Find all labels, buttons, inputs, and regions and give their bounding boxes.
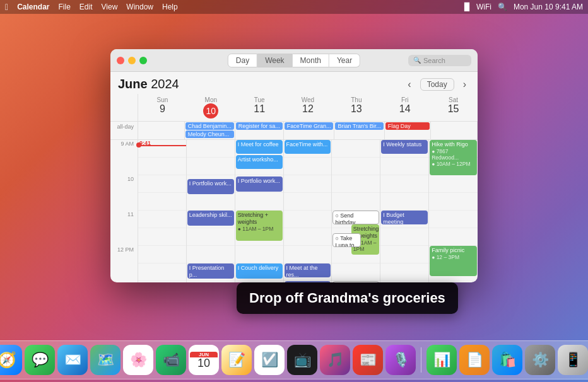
cal-header: June 2024 ‹ Today › <box>110 72 478 94</box>
time-1030 <box>110 193 138 211</box>
today-button[interactable]: Today <box>420 78 454 91</box>
dock-maps[interactable]: 🗺️ <box>90 345 121 375</box>
event-register[interactable]: Register for sa... <box>236 122 283 130</box>
event-coffee[interactable]: I Meet for coffee <box>236 140 283 154</box>
tab-day[interactable]: Day <box>228 54 257 67</box>
event-birthday[interactable]: ○ Send birthday... <box>332 211 379 224</box>
event-facetime-gran[interactable]: FaceTime Gran... <box>285 122 334 130</box>
menu-edit[interactable]: Edit <box>79 3 93 11</box>
menu-app-name[interactable]: Calendar <box>17 3 49 11</box>
event-portfolio-mon[interactable]: I Portfolio work... <box>187 179 234 194</box>
dock-calendar[interactable]: JUN 10 <box>189 345 219 375</box>
dock-news[interactable]: 📰 <box>353 345 383 375</box>
dock-reminders[interactable]: ☑️ <box>254 345 285 375</box>
month-year-title: June 2024 <box>118 77 179 91</box>
allday-label: all-day <box>110 122 138 139</box>
close-button[interactable] <box>117 57 124 64</box>
menubar-left:  Calendar File Edit View Window Help <box>5 2 178 12</box>
event-family-picnic[interactable]: Family picnic ● 12 – 3PM <box>430 246 477 276</box>
day-num-mon: 10 <box>203 103 218 119</box>
event-leadership[interactable]: Leadership skil... <box>187 211 234 226</box>
minimize-button[interactable] <box>128 57 136 64</box>
tooltip: Drop off Grandma's groceries <box>237 282 458 314</box>
event-weekly-status[interactable]: I Weekly status <box>381 140 428 154</box>
allday-sun <box>138 122 185 139</box>
tab-month[interactable]: Month <box>293 54 329 67</box>
time-1pm: 1 <box>110 281 138 282</box>
dock-systemprefs[interactable]: ⚙️ <box>525 345 555 375</box>
time-header-spacer <box>110 94 138 121</box>
day-header-mon: Mon 10 <box>187 94 235 121</box>
allday-mon: Chad Benjamin... Melody Cheun... <box>185 122 235 139</box>
day-col-sat: Hike with Rigo ● 7867 Redwood... ● 10AM … <box>429 140 478 282</box>
dock-numbers[interactable]: 📊 <box>426 345 457 375</box>
event-melody[interactable]: Melody Cheun... <box>185 130 234 138</box>
dock-safari[interactable]: 🧭 <box>0 345 22 375</box>
event-couch[interactable]: I Couch delivery <box>236 263 283 279</box>
event-brian-bir[interactable]: Brian Tran's Bir... <box>335 122 383 130</box>
allday-thu: Brian Tran's Bir... <box>334 122 384 139</box>
day-col-sun: 9:41 <box>138 140 187 282</box>
event-presentation-mon[interactable]: I Presentation p... <box>187 263 234 279</box>
dock-messages[interactable]: 💬 <box>25 345 55 375</box>
search-icon[interactable]: 🔍 <box>498 3 507 11</box>
dock-photos[interactable]: 🌸 <box>123 345 153 375</box>
dock-appstore[interactable]: 🛍️ <box>492 345 522 375</box>
maximize-button[interactable] <box>139 57 147 64</box>
day-label-wed: Wed <box>285 96 331 103</box>
event-budget[interactable]: I Budget meeting <box>381 211 428 224</box>
allday-tue: Register for sa... <box>235 122 284 139</box>
event-flag-day[interactable]: Flag Day <box>385 122 430 130</box>
search-box[interactable]: 🔍 Search <box>408 55 471 66</box>
tab-year[interactable]: Year <box>329 54 360 67</box>
day-label-mon: Mon <box>188 96 234 103</box>
time-column: 9 AM 10 11 12 PM 1 2 3 4 5 6 7 <box>110 140 138 282</box>
day-col-fri: I Weekly status I Budget meeting ○ Call … <box>380 140 429 282</box>
next-button[interactable]: › <box>459 78 470 91</box>
calendar-window: Day Week Month Year 🔍 Search June 2024 ‹… <box>110 49 478 282</box>
view-tabs: Day Week Month Year <box>228 54 360 67</box>
event-stretching-tue[interactable]: Stretching + weights ● 11AM – 1PM <box>236 211 283 241</box>
dock-appletv[interactable]: 📺 <box>287 345 317 375</box>
desktop:  Calendar File Edit View Window Help ▉ … <box>0 0 588 382</box>
prev-button[interactable]: ‹ <box>404 78 415 91</box>
day-num-sun: 9 <box>139 103 185 115</box>
dock-iphone[interactable]: 📱 <box>558 345 588 375</box>
event-artist[interactable]: Artist worksho... <box>236 155 283 169</box>
day-headers: Sun 9 Mon 10 Tue 11 Wed 12 Thu 13 Fri 14 <box>110 94 478 122</box>
allday-wed: FaceTime Gran... <box>284 122 335 139</box>
dock-podcasts[interactable]: 🎙️ <box>385 345 416 375</box>
dock-notes[interactable]: 📝 <box>221 345 252 375</box>
menu-file[interactable]: File <box>58 3 70 11</box>
menu-view[interactable]: View <box>102 3 118 11</box>
event-luna[interactable]: ○ Take Luna to th... <box>332 233 361 247</box>
day-num-wed: 12 <box>285 103 331 115</box>
search-placeholder: Search <box>423 57 445 64</box>
dock-facetime[interactable]: 📹 <box>156 345 186 375</box>
event-hike[interactable]: Hike with Rigo ● 7867 Redwood... ● 10AM … <box>430 140 477 175</box>
wifi-icon: WiFi <box>476 3 491 11</box>
tab-week[interactable]: Week <box>257 54 292 67</box>
event-chad[interactable]: Chad Benjamin... <box>185 122 234 130</box>
menu-help[interactable]: Help <box>162 3 178 11</box>
event-meet-res[interactable]: I Meet at the res... <box>285 263 331 277</box>
day-header-tue: Tue 11 <box>235 94 284 121</box>
event-facetime-wed[interactable]: FaceTime with... <box>285 140 331 154</box>
day-header-thu: Thu 13 <box>332 94 380 121</box>
time-11: 11 <box>110 211 138 228</box>
dock-mail[interactable]: ✉️ <box>57 345 88 375</box>
window-controls-right: 🔍 Search <box>408 55 471 66</box>
cal-body: 9 AM 10 11 12 PM 1 2 3 4 5 6 7 <box>110 140 478 282</box>
window-titlebar: Day Week Month Year 🔍 Search <box>110 49 478 72</box>
time-930 <box>110 158 138 175</box>
time-12pm: 12 PM <box>110 246 138 263</box>
dock-pages[interactable]: 📄 <box>459 345 490 375</box>
event-portfolio-tue[interactable]: I Portfolio work... <box>236 177 283 192</box>
dock-music[interactable]: 🎵 <box>320 345 350 375</box>
menubar-right: ▉ WiFi 🔍 Mon Jun 10 9:41 AM <box>464 3 583 11</box>
allday-fri: Flag Day <box>385 122 432 139</box>
apple-menu[interactable]:  <box>5 2 8 12</box>
day-header-fri: Fri 14 <box>380 94 429 121</box>
menu-window[interactable]: Window <box>126 3 153 11</box>
cal-nav: ‹ Today › <box>404 78 470 91</box>
